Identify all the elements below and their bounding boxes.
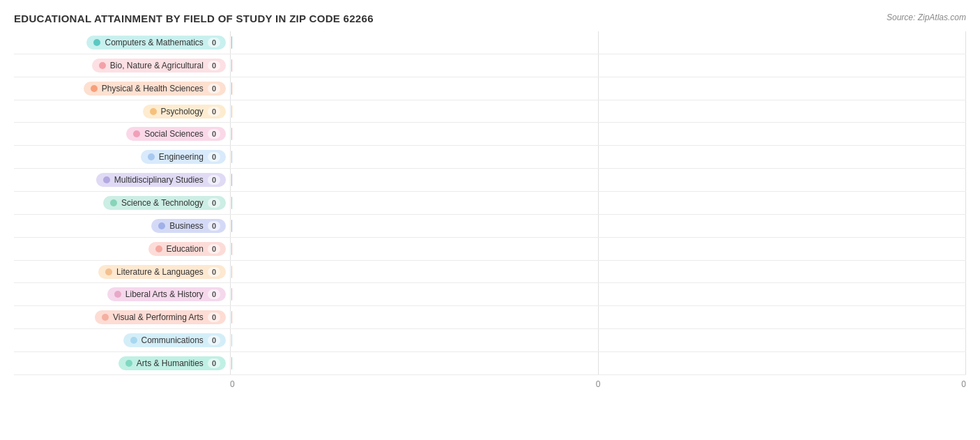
x-axis-label: 0: [230, 379, 235, 389]
dot-icon: [114, 291, 121, 298]
dot-icon: [91, 85, 98, 92]
bar-row: Computers & Mathematics 0: [14, 31, 966, 54]
bar-row: Communications 0: [14, 329, 966, 352]
chart-title: EDUCATIONAL ATTAINMENT BY FIELD OF STUDY…: [14, 13, 374, 24]
x-axis-label: 0: [596, 379, 601, 389]
bar-pill: Engineering 0: [141, 150, 226, 164]
bar-row: Business 0: [14, 215, 966, 238]
bar-pill: Communications 0: [123, 333, 227, 347]
bar-value-badge: 0: [208, 335, 220, 345]
bar-chart-area: [230, 197, 966, 209]
bar-label-area: Business 0: [14, 219, 230, 233]
chart-body: Computers & Mathematics 0 Bio, Nature & …: [14, 31, 966, 389]
bar-label: Literature & Languages: [116, 267, 204, 277]
bar-value-badge: 0: [208, 152, 220, 162]
bar-pill: Liberal Arts & History 0: [107, 287, 226, 301]
bar-value-badge: 0: [208, 129, 220, 139]
bar-label: Computers & Mathematics: [105, 38, 203, 47]
dot-icon: [155, 245, 162, 252]
bar-chart-area: [230, 59, 966, 72]
bar-label-area: Education 0: [14, 242, 230, 256]
bar-label-area: Communications 0: [14, 333, 230, 347]
bar-row: Arts & Humanities 0: [14, 352, 966, 375]
bar-label: Business: [169, 221, 204, 231]
x-axis: 000: [230, 375, 966, 389]
dot-icon: [133, 130, 140, 137]
bar-fill: [231, 197, 232, 209]
bar-label: Physical & Health Sciences: [102, 84, 204, 93]
bar-value-badge: 0: [208, 107, 220, 116]
bar-pill: Literature & Languages 0: [98, 265, 226, 279]
dot-icon: [93, 39, 100, 46]
bar-pill: Social Sciences 0: [126, 127, 226, 141]
bar-fill: [231, 357, 232, 370]
bar-chart-area: [230, 105, 966, 118]
bar-label-area: Multidisciplinary Studies 0: [14, 173, 230, 187]
bar-row: Science & Technology 0: [14, 192, 966, 215]
bar-fill: [231, 105, 232, 118]
bar-label-area: Liberal Arts & History 0: [14, 287, 230, 301]
bar-pill: Visual & Performing Arts 0: [95, 310, 226, 324]
bar-value-badge: 0: [208, 312, 220, 322]
bar-row: Psychology 0: [14, 100, 966, 123]
bar-chart-area: [230, 82, 966, 95]
bar-label: Bio, Nature & Agricultural: [110, 61, 204, 70]
bar-label: Liberal Arts & History: [125, 289, 204, 299]
bar-pill: Arts & Humanities 0: [118, 356, 226, 370]
bar-chart-area: [230, 311, 966, 324]
bar-chart-area: [230, 334, 966, 347]
bar-chart-area: [230, 151, 966, 163]
bar-value-badge: 0: [208, 84, 220, 93]
bar-row: Visual & Performing Arts 0: [14, 306, 966, 329]
bar-pill: Psychology 0: [143, 105, 227, 119]
bar-chart-area: [230, 36, 966, 49]
bar-value-badge: 0: [208, 358, 220, 368]
bar-row: Physical & Health Sciences 0: [14, 77, 966, 100]
bar-label-area: Visual & Performing Arts 0: [14, 310, 230, 324]
bar-label-area: Arts & Humanities 0: [14, 356, 230, 370]
bar-row: Bio, Nature & Agricultural 0: [14, 54, 966, 77]
bar-fill: [231, 243, 232, 255]
dot-icon: [102, 314, 109, 321]
bar-chart-area: [230, 174, 966, 186]
bars-area: Computers & Mathematics 0 Bio, Nature & …: [14, 31, 966, 375]
bar-label: Psychology: [161, 107, 204, 116]
bar-pill: Physical & Health Sciences 0: [84, 82, 226, 96]
chart-header: EDUCATIONAL ATTAINMENT BY FIELD OF STUDY…: [14, 13, 966, 24]
bar-value-badge: 0: [208, 38, 220, 47]
bar-label: Visual & Performing Arts: [113, 312, 204, 322]
bar-label-area: Engineering 0: [14, 150, 230, 164]
bar-label-area: Psychology 0: [14, 105, 230, 119]
bar-label-area: Physical & Health Sciences 0: [14, 82, 230, 96]
dot-icon: [105, 268, 112, 275]
bar-value-badge: 0: [208, 61, 220, 70]
bar-fill: [231, 220, 232, 232]
bar-label: Education: [167, 244, 204, 254]
bar-value-badge: 0: [208, 244, 220, 254]
bar-row: Social Sciences 0: [14, 123, 966, 146]
bar-pill: Science & Technology 0: [103, 196, 226, 210]
bar-label-area: Bio, Nature & Agricultural 0: [14, 59, 230, 73]
bar-fill: [231, 174, 232, 186]
x-axis-label: 0: [961, 379, 966, 389]
bar-chart-area: [230, 243, 966, 255]
dot-icon: [103, 176, 110, 183]
dot-icon: [150, 108, 157, 115]
bar-row: Liberal Arts & History 0: [14, 283, 966, 306]
bar-value-badge: 0: [208, 198, 220, 208]
bar-label: Communications: [141, 335, 204, 345]
bar-fill: [231, 334, 232, 347]
chart-container: EDUCATIONAL ATTAINMENT BY FIELD OF STUDY…: [0, 0, 980, 440]
bar-label: Arts & Humanities: [137, 358, 204, 368]
bar-chart-area: [230, 357, 966, 370]
bar-label-area: Computers & Mathematics 0: [14, 36, 230, 50]
bar-pill: Bio, Nature & Agricultural 0: [92, 59, 226, 73]
bar-value-badge: 0: [208, 267, 220, 277]
bar-label-area: Literature & Languages 0: [14, 265, 230, 279]
bar-fill: [231, 36, 232, 49]
dot-icon: [125, 360, 132, 367]
bar-fill: [231, 82, 232, 95]
bar-fill: [231, 311, 232, 324]
bar-label-area: Science & Technology 0: [14, 196, 230, 210]
bar-fill: [231, 128, 232, 140]
